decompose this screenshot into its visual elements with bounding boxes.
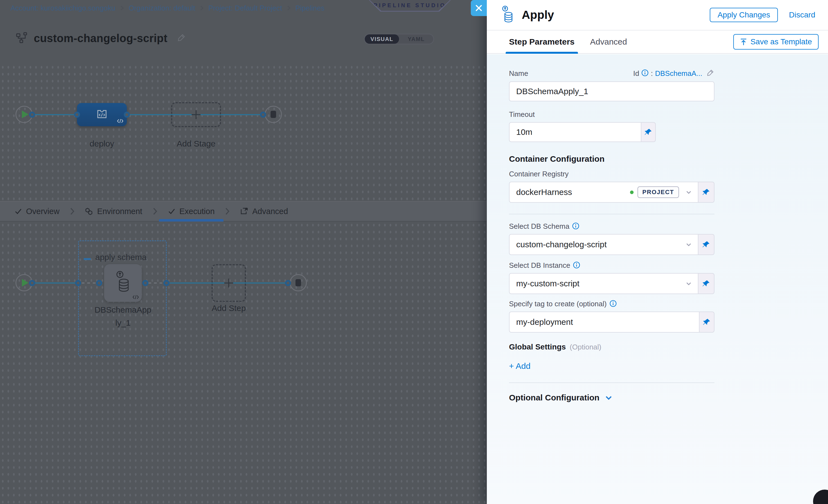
db-schema-pin-button[interactable]: [698, 234, 714, 255]
drawer-body: Name Id : DBSchemaA... Timeout: [487, 54, 828, 504]
port: [75, 280, 81, 286]
breadcrumb-account-link[interactable]: Account: kurosakiichigo.songoku: [10, 4, 116, 12]
db-instance-value: my-custom-script: [516, 279, 679, 288]
add-stage-button[interactable]: [171, 102, 221, 127]
name-label: Name: [509, 69, 528, 78]
code-badge-icon: [117, 119, 124, 125]
tag-pin-button[interactable]: [700, 311, 714, 333]
pipeline-title: custom-changelog-script: [34, 32, 167, 45]
breadcrumb-pipelines-link[interactable]: Pipelines: [295, 4, 325, 12]
stage-node-deploy[interactable]: [77, 103, 127, 126]
drawer-tab-bar: Step Parameters Advanced Save as Templat…: [487, 31, 828, 54]
step-label: DBSchemaApply_1: [94, 303, 152, 329]
timeout-pin-button[interactable]: [641, 122, 656, 142]
stage-tab-bar: Overview Environment Execution Advanced: [0, 201, 487, 221]
connector-status-dot: [630, 191, 633, 194]
port: [74, 112, 80, 118]
checkmark-icon: [168, 207, 175, 215]
tag-input[interactable]: [509, 311, 700, 333]
chevron-right-icon: [223, 202, 231, 221]
pipeline-end-node: [265, 106, 282, 123]
stage-canvas[interactable]: deploy Add Stage: [0, 64, 487, 201]
container-registry-value: dockerHarness: [516, 187, 630, 197]
optional-configuration-label: Optional Configuration: [509, 393, 599, 403]
tab-step-parameters[interactable]: Step Parameters: [509, 31, 575, 53]
save-as-template-button[interactable]: Save as Template: [733, 34, 819, 50]
tab-overview[interactable]: Overview: [5, 202, 69, 221]
execution-end-node: [290, 274, 307, 291]
pushpin-icon: [702, 241, 710, 248]
apply-changes-button[interactable]: Apply Changes: [710, 8, 778, 22]
pencil-icon[interactable]: [706, 69, 714, 78]
tab-execution-label: Execution: [179, 207, 215, 216]
name-input[interactable]: [509, 81, 714, 101]
pencil-icon[interactable]: [177, 33, 186, 43]
stop-icon: [295, 279, 301, 286]
execution-canvas[interactable]: apply schema: [0, 221, 487, 504]
id-value-link[interactable]: DBSchemaA...: [655, 69, 702, 78]
add-stage-label: Add Stage: [168, 139, 224, 149]
id-separator: :: [651, 69, 653, 78]
toggle-yaml[interactable]: YAML: [399, 34, 433, 44]
chevron-down-icon[interactable]: [685, 280, 692, 287]
global-settings-optional-label: (Optional): [570, 343, 601, 351]
db-instance-label: Select DB Instance: [509, 261, 570, 270]
add-global-setting-button[interactable]: + Add: [509, 362, 531, 371]
db-schema-value: custom-changelog-script: [516, 240, 679, 249]
port: [163, 280, 169, 286]
tab-advanced[interactable]: Advanced: [231, 202, 297, 221]
container-registry-pin-button[interactable]: [698, 182, 714, 203]
discard-button[interactable]: Discard: [789, 10, 815, 19]
step-config-drawer: Apply Apply Changes Discard Step Paramet…: [487, 0, 828, 504]
minus-icon[interactable]: [84, 258, 91, 260]
tab-advanced-label: Advanced: [252, 207, 288, 216]
container-registry-select[interactable]: dockerHarness PROJECT: [509, 182, 698, 203]
container-configuration-heading: Container Configuration: [509, 154, 714, 164]
step-group-label[interactable]: apply schema: [95, 253, 147, 262]
plus-icon: [190, 109, 202, 121]
section-divider: [509, 214, 714, 214]
circle-info-icon[interactable]: [641, 69, 649, 78]
port: [260, 112, 266, 118]
upload-icon: [740, 38, 747, 46]
connector: [32, 114, 77, 115]
chevron-down-icon[interactable]: [685, 241, 692, 248]
code-badge-icon: [132, 295, 139, 301]
circle-info-icon[interactable]: [610, 300, 617, 308]
circle-info-icon[interactable]: [573, 261, 580, 270]
chevron-right-icon: [200, 5, 204, 11]
tab-environment-label: Environment: [97, 207, 142, 216]
port: [29, 112, 35, 118]
chevron-right-icon: [120, 5, 124, 11]
toggle-visual[interactable]: VISUAL: [365, 34, 399, 44]
port: [124, 112, 130, 118]
tab-environment[interactable]: Environment: [76, 202, 151, 221]
chevron-down-icon[interactable]: [685, 188, 692, 196]
hexagons-icon: [85, 207, 93, 215]
chevron-down-icon: [605, 393, 613, 402]
close-drawer-button[interactable]: [471, 0, 487, 16]
pushpin-icon: [703, 318, 711, 326]
pushpin-icon: [645, 128, 652, 136]
visual-yaml-toggle[interactable]: VISUAL YAML: [364, 34, 434, 44]
breadcrumb-org-link[interactable]: Organization: default: [129, 4, 195, 12]
db-instance-select[interactable]: my-custom-script: [509, 273, 698, 294]
add-step-button[interactable]: [212, 264, 246, 302]
tab-advanced-drawer[interactable]: Advanced: [590, 31, 627, 53]
step-node-dbschemaapply[interactable]: [104, 264, 142, 302]
tab-execution[interactable]: Execution: [159, 202, 223, 221]
circle-info-icon[interactable]: [572, 222, 579, 231]
scope-badge: PROJECT: [637, 186, 679, 198]
tab-overview-label: Overview: [26, 207, 59, 216]
tag-label: Specify tag to create (optional): [509, 300, 607, 308]
db-instance-pin-button[interactable]: [698, 273, 714, 294]
connector: [32, 283, 78, 284]
port: [285, 280, 291, 286]
pushpin-icon: [702, 188, 710, 196]
timeout-input[interactable]: [509, 122, 641, 142]
screen: Account: kurosakiichigo.songoku Organiza…: [0, 0, 828, 504]
pushpin-icon: [702, 280, 710, 287]
breadcrumb-project-link[interactable]: Project: Default Project: [209, 4, 282, 12]
optional-configuration-toggle[interactable]: Optional Configuration: [509, 393, 714, 403]
db-schema-select[interactable]: custom-changelog-script: [509, 234, 698, 255]
